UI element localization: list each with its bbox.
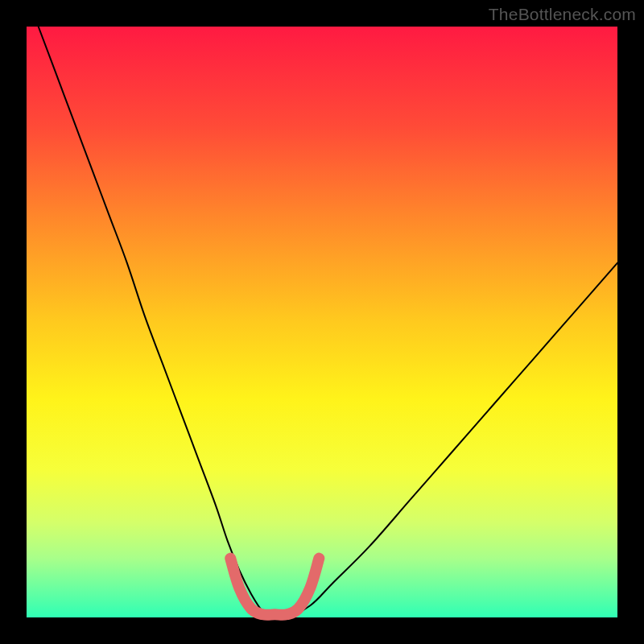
plot-background: [27, 27, 617, 617]
watermark-text: TheBottleneck.com: [489, 5, 636, 24]
chart-frame: TheBottleneck.com: [0, 0, 644, 644]
bottleneck-chart: [0, 0, 644, 644]
